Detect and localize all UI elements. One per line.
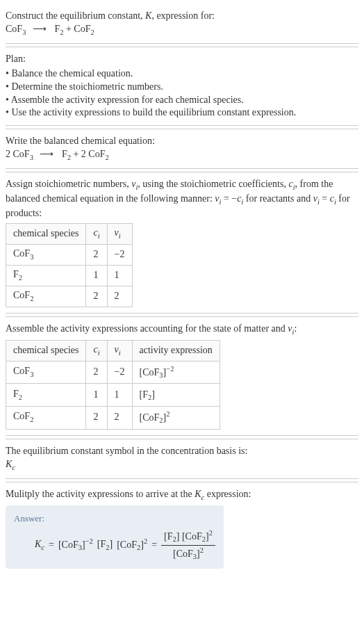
- species-f2: F: [54, 24, 60, 34]
- kc-symbol: Kc: [6, 458, 358, 473]
- table-row: F2 1 1: [6, 265, 133, 286]
- plan-item: Balance the chemical equation.: [6, 67, 358, 81]
- col-ci: ci: [86, 224, 107, 245]
- intro-suffix: , expression for:: [151, 10, 215, 21]
- coef-species: 2 CoF: [81, 149, 106, 159]
- species-cof2: CoF: [74, 24, 90, 34]
- kc-numerator: [F2] [CoF2]2: [161, 528, 215, 546]
- answer-box: Answer: Kc = [CoF3]−2 [F2] [CoF2]2 = [F2…: [6, 505, 224, 569]
- col-ci: ci: [86, 340, 107, 361]
- reaction-arrow: ⟶: [35, 149, 59, 159]
- table-row: CoF2 2 2: [6, 286, 133, 307]
- plan-item: Assemble the activity expression for eac…: [6, 94, 358, 107]
- table-row: CoF2 2 2 [CoF2]2: [6, 407, 220, 430]
- table-header-row: chemical species ci νi: [6, 224, 133, 245]
- table-row: CoF3 2 −2: [6, 244, 133, 265]
- stoich-table: chemical species ci νi CoF3 2 −2 F2 1 1 …: [6, 223, 133, 307]
- activity-section: Assemble the activity expressions accoun…: [6, 316, 358, 436]
- multiply-text: Mulitply the activity expressions to arr…: [6, 488, 358, 503]
- species-f2-sub: 2: [60, 29, 63, 36]
- intro-line: Construct the equilibrium constant, K, e…: [6, 10, 358, 23]
- activity-table: chemical species ci νi activity expressi…: [6, 340, 220, 430]
- plan-item: Determine the stoichiometric numbers.: [6, 81, 358, 94]
- table-row: CoF3 2 −2 [CoF3]−2: [6, 361, 220, 384]
- intro-section: Construct the equilibrium constant, K, e…: [6, 4, 358, 44]
- coef-species: F: [62, 149, 67, 159]
- intro-equation: CoF3 ⟶ F2 + CoF2: [6, 23, 358, 38]
- kc-symbol-section: The equilibrium constant symbol in the c…: [6, 439, 358, 479]
- col-activity: activity expression: [132, 340, 220, 361]
- reaction-arrow: ⟶: [28, 24, 52, 34]
- intro-prefix: Construct the equilibrium constant,: [6, 10, 145, 21]
- activity-text: Assemble the activity expressions accoun…: [6, 323, 358, 337]
- col-species: chemical species: [6, 224, 86, 245]
- col-species: chemical species: [6, 340, 86, 361]
- answer-label: Answer:: [14, 512, 215, 525]
- species-cof2-sub: 2: [90, 29, 94, 36]
- stoich-text: Assign stoichiometric numbers, νi, using…: [6, 178, 358, 220]
- col-nui: νi: [107, 340, 132, 361]
- col-nui: νi: [107, 224, 132, 245]
- plan-item: Use the activity expressions to build th…: [6, 106, 358, 120]
- species-cof3-sub: 3: [22, 29, 26, 36]
- kc-expression: Kc = [CoF3]−2 [F2] [CoF2]2 = [F2] [CoF2]…: [14, 528, 215, 562]
- kc-denominator: [CoF3]2: [161, 546, 215, 562]
- answer-section: Mulitply the activity expressions to arr…: [6, 482, 358, 575]
- coef-species: 2 CoF: [6, 149, 30, 159]
- balanced-equation: 2 CoF3 ⟶ F2 + 2 CoF2: [6, 148, 358, 163]
- balanced-section: Write the balanced chemical equation: 2 …: [6, 129, 358, 169]
- table-row: F2 1 1 [F2]: [6, 384, 220, 407]
- table-header-row: chemical species ci νi activity expressi…: [6, 340, 220, 361]
- plan-section: Plan: Balance the chemical equation. Det…: [6, 47, 358, 126]
- kc-symbol-text: The equilibrium constant symbol in the c…: [6, 445, 358, 458]
- K-symbol: K: [145, 10, 151, 21]
- stoich-section: Assign stoichiometric numbers, νi, using…: [6, 172, 358, 314]
- plan-list: Balance the chemical equation. Determine…: [6, 67, 358, 120]
- plan-title: Plan:: [6, 53, 358, 66]
- balanced-title: Write the balanced chemical equation:: [6, 135, 358, 148]
- kc-fraction: [F2] [CoF2]2 [CoF3]2: [161, 528, 215, 562]
- species-cof3: CoF: [6, 24, 22, 34]
